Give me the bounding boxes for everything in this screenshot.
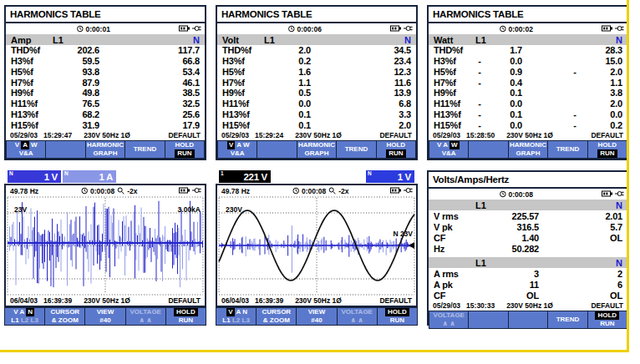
neutral-trace-label: N 23V: [393, 230, 413, 238]
battery-icon: [179, 25, 190, 32]
softkey-harmonic-graph[interactable]: HARMONIC GRAPH: [297, 141, 336, 158]
run-active: RUN: [175, 149, 194, 158]
current-waveform: [6, 196, 205, 296]
softkey-view[interactable]: VIEW #40: [297, 308, 336, 325]
battery-icon: [602, 190, 612, 197]
phase-label: L1: [475, 258, 486, 268]
magnifier-icon: [117, 187, 124, 195]
footer-date: 06/04/03: [221, 296, 249, 305]
softkey-voltage-range[interactable]: VOLTAGE ∧ ∧: [429, 311, 468, 328]
softkey-hold-run[interactable]: HOLD RUN: [588, 141, 627, 158]
softkey-blank[interactable]: [469, 141, 507, 158]
footer-time: 15:29:24: [255, 131, 283, 139]
waveform-plot: 23V 3.00kA: [6, 196, 205, 296]
softkey-trend[interactable]: TREND: [548, 311, 587, 328]
page-title: HARMONICS TABLE: [217, 7, 416, 23]
softkey-vaw[interactable]: VAW V&A: [7, 141, 45, 158]
zoom-level: -2x: [127, 187, 137, 195]
footer-profile: DEFAULT: [591, 131, 623, 139]
page-border-vertical: [627, 0, 629, 351]
softkey-van-phase[interactable]: V AN L1 L2 L3: [5, 308, 44, 325]
elapsed-time: 0:00:02: [509, 25, 533, 33]
table-row: H7%f-0.41.1: [429, 77, 627, 88]
clock-icon: [292, 187, 299, 195]
table-row: THD%f1.728.3: [429, 45, 627, 56]
clock-icon: [81, 187, 88, 195]
softkey-hold-run[interactable]: HOLD RUN: [377, 141, 415, 158]
softkey-cursor-zoom[interactable]: CURSOR & ZOOM: [45, 308, 84, 325]
table-row: H13%f-0.1-0.0: [429, 109, 627, 120]
up-down-arrows-icon: ∧ ∧: [338, 316, 377, 325]
harmonics-table-volt-screen: HARMONICS TABLE 0:00:06 Volt L1 N THD%f2…: [216, 5, 418, 160]
softkey-bar: VOLTAGE ∧ ∧ TREND HOLD RUN: [429, 311, 627, 329]
elapsed-time: 0:00:08: [302, 187, 326, 195]
frequency-readout: 49.78 Hz: [10, 187, 38, 195]
table-row: H3%f-0.015.0: [429, 56, 627, 67]
softkey-blank[interactable]: [46, 141, 84, 158]
harmonics-table-amp-screen: HARMONICS TABLE 0:00:01 Amp L1 N THD%f20…: [4, 5, 206, 160]
footer-date: 05/29/03: [433, 301, 460, 310]
power-plug-icon: [615, 25, 624, 32]
harmonics-table-watt-screen: HARMONICS TABLE 0:00:02 Watt L1 N THD%f1…: [427, 5, 629, 160]
active-trace: V: [226, 308, 234, 316]
softkey-harmonic-graph[interactable]: HARMONIC GRAPH: [509, 141, 547, 158]
softkey-hold-run[interactable]: HOLD RUN: [588, 311, 627, 328]
softkey-vaw[interactable]: VA W V&A: [218, 141, 257, 158]
status-bar: 0:00:01: [6, 23, 205, 34]
battery-icon: [390, 187, 401, 194]
softkey-blank[interactable]: [257, 141, 296, 158]
unit-label: Watt: [434, 35, 475, 45]
softkey-hold-run[interactable]: HOLD RUN: [165, 141, 204, 158]
softkey-hold-run[interactable]: HOLD RUN: [166, 308, 206, 325]
page-title: Volts/Amps/Hertz: [429, 172, 627, 189]
zoom-level: -2x: [338, 187, 348, 195]
softkey-voltage-range[interactable]: VOLTAGE ∧ ∧: [338, 308, 377, 325]
table-row: H13%f68.225.6: [6, 109, 205, 120]
channel-box-neutral: N 1 V: [366, 170, 414, 183]
table-row: H13%f0.13.3: [217, 109, 416, 120]
softkey-cursor-zoom[interactable]: CURSOR & ZOOM: [257, 308, 296, 325]
softkey-bar: VA N L1 L2 L3 CURSOR & ZOOM VIEW #40 VOL…: [216, 307, 418, 326]
softkey-van-phase[interactable]: VA N L1 L2 L3: [216, 308, 256, 325]
softkey-trend[interactable]: TREND: [337, 141, 375, 158]
elapsed-time: 0:00:06: [297, 25, 322, 33]
footer-status-bar: 06/04/03 16:39:39 230V 50Hz 1Ø DEFAULT: [217, 296, 416, 306]
channel-box-voltage: N 1 V: [8, 170, 61, 183]
elapsed-time: 0:00:01: [86, 25, 110, 33]
table-row: H5%f93.853.4: [6, 67, 205, 78]
table-row: THD%f2.034.5: [217, 45, 416, 56]
active-unit: V: [227, 141, 235, 149]
phase-label: L1: [475, 200, 486, 210]
footer-time: 15:29:47: [43, 131, 72, 139]
softkey-blank[interactable]: [509, 311, 547, 328]
footer-config: 230V 50Hz 1Ø: [295, 296, 342, 305]
softkey-harmonic-graph[interactable]: HARMONIC GRAPH: [86, 141, 124, 158]
footer-status-bar: 05/29/03 15:30:33 230V 50Hz 1Ø DEFAULT: [429, 301, 627, 311]
battery-icon: [179, 187, 190, 194]
softkey-view[interactable]: VIEW #40: [85, 308, 124, 325]
softkey-trend[interactable]: TREND: [125, 141, 164, 158]
table-row: Hz50.282: [429, 243, 627, 254]
softkey-voltage-range[interactable]: VOLTAGE ∧ ∧: [126, 308, 165, 325]
neutral-label: N: [193, 35, 200, 45]
softkey-bar: V AN L1 L2 L3 CURSOR & ZOOM VIEW #40 VOL…: [4, 307, 206, 326]
unit-label: Amp: [11, 35, 53, 45]
scale-label-left: 230V: [226, 205, 242, 214]
footer-profile: DEFAULT: [168, 131, 201, 139]
footer-profile: DEFAULT: [379, 296, 412, 305]
status-bar: 0:00:06: [217, 23, 416, 34]
softkey-hold-run[interactable]: HOLD RUN: [378, 308, 417, 325]
softkey-vaw[interactable]: V AW V&A: [429, 141, 468, 158]
footer-profile: DEFAULT: [168, 296, 201, 305]
active-trace: N: [26, 308, 34, 316]
softkey-blank[interactable]: [469, 311, 507, 328]
footer-config: 230V 50Hz 1Ø: [506, 301, 553, 310]
scope-display: 49.78 Hz 0:00:08 -2x 230V N 23V 06/04/: [216, 184, 418, 307]
neutral-label: N: [616, 200, 622, 210]
channel-boxes: 1 221 V N 1 V: [216, 170, 418, 184]
scope-current-screen: N 1 V N 1 A 49.78 Hz 0:00:08 -2x: [4, 170, 206, 327]
softkey-trend[interactable]: TREND: [548, 141, 587, 158]
table-row: CF1.40OL: [429, 232, 627, 243]
neutral-label: N: [616, 258, 622, 268]
channel-boxes: N 1 V N 1 A: [4, 170, 206, 184]
